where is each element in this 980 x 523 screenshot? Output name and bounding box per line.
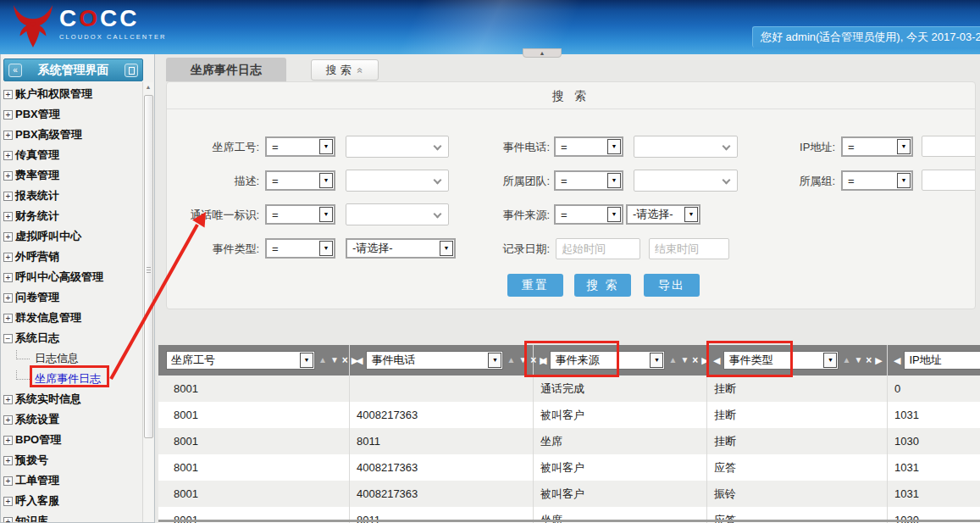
sort-asc-icon[interactable]: ▲ [668,356,677,364]
event-type-select[interactable]: -请选择-▼ [346,238,456,259]
sidebar-item[interactable]: +虚拟呼叫中心 [1,226,143,247]
expand-icon[interactable]: + [3,253,13,262]
sidebar-item[interactable]: +群发信息管理 [1,308,143,328]
description-operator-select[interactable]: =▼ [265,170,335,191]
sidebar-item-label[interactable]: PBX高级管理 [15,127,82,142]
move-right-icon[interactable]: ▶ [875,356,882,364]
sidebar-subitem-label[interactable]: 坐席事件日志 [35,371,101,387]
column-select[interactable]: IP地址▼ [904,351,980,370]
expand-icon[interactable]: + [3,497,13,506]
event-source-select[interactable]: -请选择-▼ [626,204,700,225]
move-left-icon[interactable]: ◀ [356,356,363,364]
move-left-icon[interactable]: ◀ [894,356,900,364]
sidebar-item[interactable]: +预拨号 [1,450,143,470]
expand-icon[interactable]: + [3,517,13,523]
table-row[interactable]: 80014008217363被叫客户挂断1031 [158,402,980,428]
sidebar-item-label[interactable]: 工单管理 [15,473,59,488]
team-combo[interactable] [634,170,738,192]
agent-id-combo[interactable] [346,136,449,158]
sidebar-item-label[interactable]: 群发信息管理 [15,310,81,325]
sidebar-collapse-button[interactable]: « [8,64,22,77]
sidebar-item-label[interactable]: BPO管理 [15,432,61,448]
search-button[interactable]: 搜 索 [574,274,631,297]
sort-asc-icon[interactable]: ▲ [842,356,850,364]
sort-desc-icon[interactable]: ▼ [330,356,339,364]
sidebar-item-label[interactable]: 传真管理 [15,147,59,163]
sidebar-item[interactable]: +报表统计 [1,186,143,206]
column-select[interactable]: 事件类型▼ [723,351,839,370]
sort-asc-icon[interactable]: ▲ [318,356,327,364]
sidebar-scrollbar[interactable]: ▲ [142,82,153,522]
sidebar-item-label[interactable]: 外呼营销 [15,249,59,264]
sidebar-item[interactable]: +传真管理 [1,145,143,165]
ip-input[interactable] [922,136,976,157]
sidebar-subitem[interactable]: 坐席事件日志 [1,369,143,389]
sidebar-item-label[interactable]: 系统实时信息 [15,392,81,407]
panel-collapse-handle[interactable]: ▲ [523,48,562,58]
tab-agent-event-log[interactable]: 坐席事件日志 [166,58,286,81]
sort-desc-icon[interactable]: ▼ [518,356,527,364]
sidebar-item-label[interactable]: 虚拟呼叫中心 [15,229,81,244]
sidebar-item[interactable]: +工单管理 [1,470,143,491]
expand-icon[interactable]: + [3,436,13,445]
expand-icon[interactable]: + [3,151,13,160]
column-select[interactable]: 事件电话▼ [366,351,503,370]
expand-icon[interactable]: + [3,476,13,486]
expand-icon[interactable]: + [3,110,13,120]
sort-asc-icon[interactable]: ▲ [507,356,515,364]
sidebar-item-label[interactable]: 问卷管理 [15,290,59,305]
sidebar-item-label[interactable]: 系统设置 [15,412,59,427]
column-select[interactable]: 坐席工号▼ [166,351,315,370]
scroll-up-icon[interactable]: ▲ [143,82,153,93]
remove-column-icon[interactable]: × [342,356,348,364]
column-select[interactable]: 事件来源▼ [550,351,665,370]
reset-button[interactable]: 重置 [507,274,563,297]
sidebar-pin-button[interactable] [125,64,138,77]
sidebar-item-label[interactable]: 账户和权限管理 [15,86,92,102]
sidebar-item[interactable]: −系统日志 [1,328,143,348]
remove-column-icon[interactable]: × [866,356,872,364]
expand-icon[interactable]: + [3,314,13,323]
expand-icon[interactable]: + [3,273,13,282]
expand-icon[interactable]: + [3,293,13,303]
horizontal-scrollbar[interactable] [158,520,980,522]
table-row[interactable]: 80014008217363被叫客户应答1031 [158,454,980,481]
sidebar-item[interactable]: +BPO管理 [1,430,143,450]
search-collapse-button[interactable]: 搜 索 « [311,59,379,81]
remove-column-icon[interactable]: × [692,356,698,364]
sidebar-item-label[interactable]: 呼入客服 [15,493,59,509]
sidebar-subitem-label[interactable]: 日志信息 [35,351,79,366]
sidebar-item[interactable]: +系统设置 [1,409,143,430]
expand-icon[interactable]: + [3,456,13,465]
event-type-operator-select[interactable]: =▼ [265,238,335,259]
sidebar-item-label[interactable]: 预拨号 [15,453,48,468]
call-uid-operator-select[interactable]: =▼ [265,204,335,225]
event-phone-combo[interactable] [634,136,738,158]
team-operator-select[interactable]: =▼ [554,170,623,191]
description-combo[interactable] [346,170,449,192]
move-left-icon[interactable]: ◀ [713,356,720,364]
sidebar-item-label[interactable]: 呼叫中心高级管理 [15,270,103,285]
expand-icon[interactable]: + [3,131,13,140]
event-source-operator-select[interactable]: =▼ [554,204,623,225]
ip-operator-select[interactable]: =▼ [841,136,913,157]
group-operator-select[interactable]: =▼ [841,170,913,191]
sidebar-item-label[interactable]: 报表统计 [15,188,59,203]
expand-icon[interactable]: + [3,395,13,404]
sidebar-item-label[interactable]: 费率管理 [15,168,59,183]
sidebar-item-label[interactable]: 系统日志 [15,331,59,346]
call-uid-combo[interactable] [346,203,449,225]
sidebar-item[interactable]: +账户和权限管理 [1,84,143,104]
collapse-icon[interactable]: − [3,334,13,343]
scrollbar-thumb[interactable] [144,95,153,438]
sidebar-item[interactable]: +呼叫中心高级管理 [1,267,143,287]
sidebar-item[interactable]: +呼入客服 [1,491,143,511]
sidebar-item[interactable]: +费率管理 [1,165,143,186]
export-button[interactable]: 导出 [644,274,700,297]
sidebar-item-label[interactable]: 知识库 [15,514,48,523]
expand-icon[interactable]: + [3,232,13,242]
sidebar-item[interactable]: +问卷管理 [1,287,143,308]
end-time-input[interactable] [649,238,729,259]
sidebar-subitem[interactable]: 日志信息 [1,348,143,369]
expand-icon[interactable]: + [3,192,13,201]
